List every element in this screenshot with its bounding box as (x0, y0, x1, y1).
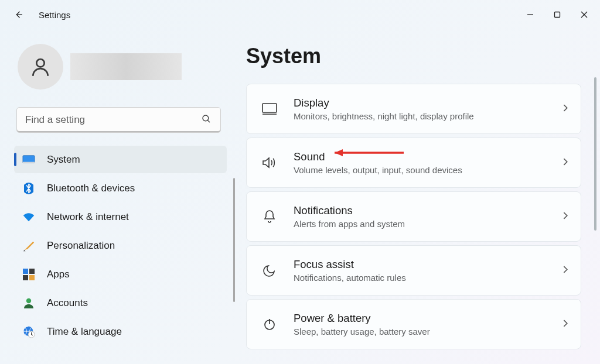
notifications-icon (260, 209, 279, 224)
card-notifications[interactable]: Notifications Alerts from apps and syste… (246, 191, 581, 242)
svg-point-4 (36, 59, 44, 67)
card-title: Power & battery (294, 312, 561, 325)
user-name-placeholder (70, 53, 182, 80)
search-input[interactable] (16, 107, 221, 133)
sidebar-item-label: System (47, 154, 80, 166)
globe-clock-icon (22, 325, 35, 338)
close-button[interactable] (571, 2, 598, 27)
paintbrush-icon (22, 239, 35, 252)
sidebar-item-label: Network & internet (47, 211, 129, 223)
chevron-right-icon (561, 265, 569, 276)
sidebar-item-personalization[interactable]: Personalization (14, 232, 227, 259)
card-subtitle: Alerts from apps and system (294, 219, 561, 229)
sidebar-item-apps[interactable]: Apps (14, 260, 227, 288)
page-title: System (246, 44, 581, 68)
display-icon (260, 102, 279, 115)
apps-icon (22, 268, 35, 281)
minimize-button[interactable] (517, 2, 544, 27)
svg-rect-13 (29, 275, 35, 280)
svg-rect-7 (23, 155, 35, 163)
sound-icon (260, 156, 279, 170)
system-icon (22, 153, 35, 166)
chevron-right-icon (561, 157, 569, 168)
window-title: Settings (39, 10, 70, 20)
card-title: Notifications (294, 204, 561, 217)
svg-rect-10 (23, 269, 28, 274)
chevron-right-icon (561, 104, 569, 114)
bluetooth-icon (22, 182, 35, 195)
search-wrap (16, 107, 221, 133)
sidebar: System Bluetooth & devices Network & int… (0, 29, 231, 364)
sidebar-item-label: Personalization (47, 240, 115, 252)
main-panel: System Display Monitors, brightness, nig… (231, 29, 600, 364)
card-subtitle: Monitors, brightness, night light, displ… (294, 111, 561, 121)
card-focus-assist[interactable]: Focus assist Notifications, automatic ru… (246, 245, 581, 296)
sidebar-item-network[interactable]: Network & internet (14, 203, 227, 231)
profile-section[interactable] (14, 44, 227, 90)
sidebar-item-accounts[interactable]: Accounts (14, 289, 227, 317)
card-title: Display (294, 97, 561, 109)
card-title: Sound (294, 150, 561, 163)
titlebar-left: Settings (11, 6, 70, 23)
main-scrollbar[interactable] (594, 77, 596, 231)
sidebar-item-system[interactable]: System (14, 146, 227, 173)
card-display[interactable]: Display Monitors, brightness, night ligh… (246, 84, 581, 134)
sidebar-item-label: Apps (47, 269, 70, 280)
card-power-battery[interactable]: Power & battery Sleep, battery usage, ba… (246, 299, 581, 349)
sidebar-item-bluetooth[interactable]: Bluetooth & devices (14, 174, 227, 202)
accounts-icon (22, 297, 35, 310)
settings-cards: Display Monitors, brightness, night ligh… (246, 84, 581, 349)
card-sound[interactable]: Sound Volume levels, output, input, soun… (246, 138, 581, 188)
sidebar-item-time-language[interactable]: Time & language (14, 318, 227, 345)
svg-rect-11 (29, 269, 35, 274)
nav-list: System Bluetooth & devices Network & int… (14, 146, 227, 345)
back-button[interactable] (11, 6, 27, 23)
window-controls (517, 2, 598, 27)
avatar (18, 44, 63, 90)
svg-rect-12 (23, 275, 28, 280)
maximize-button[interactable] (544, 2, 571, 27)
chevron-right-icon (561, 319, 569, 329)
card-subtitle: Volume levels, output, input, sound devi… (294, 165, 561, 175)
sidebar-item-label: Time & language (47, 326, 122, 338)
sidebar-item-label: Bluetooth & devices (47, 183, 135, 194)
card-subtitle: Sleep, battery usage, battery saver (294, 327, 561, 336)
card-title: Focus assist (294, 258, 561, 271)
svg-rect-1 (555, 12, 560, 18)
moon-icon (260, 263, 279, 277)
power-icon (260, 317, 279, 331)
card-subtitle: Notifications, automatic rules (294, 273, 561, 283)
sidebar-item-label: Accounts (47, 297, 88, 309)
titlebar: Settings (0, 0, 600, 29)
svg-rect-8 (23, 162, 35, 163)
chevron-right-icon (561, 211, 569, 222)
svg-point-14 (26, 298, 31, 303)
wifi-icon (22, 211, 35, 224)
svg-rect-17 (262, 104, 277, 112)
